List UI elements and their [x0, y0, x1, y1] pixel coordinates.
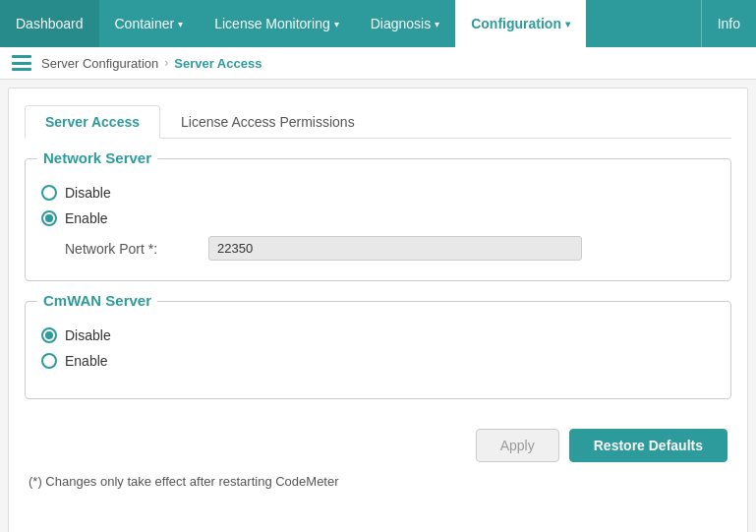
- nav-configuration[interactable]: Configuration ▾: [455, 0, 586, 47]
- top-navigation: Dashboard Container ▾ License Monitoring…: [0, 0, 756, 47]
- nav-dashboard[interactable]: Dashboard: [0, 0, 99, 47]
- tab-license-access-permissions[interactable]: License Access Permissions: [160, 105, 376, 139]
- main-content: Server Access License Access Permissions…: [8, 88, 748, 532]
- cmwan-disable-label[interactable]: Disable: [65, 327, 111, 343]
- cmwan-disable-row: Disable: [41, 327, 715, 343]
- cmwan-enable-label[interactable]: Enable: [65, 353, 108, 369]
- network-server-enable-label[interactable]: Enable: [65, 210, 108, 226]
- network-server-enable-row: Enable: [41, 210, 715, 226]
- network-server-legend: Network Server: [37, 149, 157, 166]
- footer-note: (*) Changes only take effect after resta…: [25, 474, 731, 489]
- nav-container[interactable]: Container ▾: [99, 0, 200, 47]
- breadcrumb-parent[interactable]: Server Configuration: [41, 56, 158, 71]
- breadcrumb: Server Configuration › Server Access: [0, 47, 756, 80]
- chevron-down-icon: ▾: [178, 19, 183, 30]
- nav-license-monitoring[interactable]: License Monitoring ▾: [199, 0, 355, 47]
- network-port-input[interactable]: [208, 236, 582, 261]
- cmwan-enable-row: Enable: [41, 353, 715, 369]
- nav-info[interactable]: Info: [701, 0, 756, 47]
- footer-actions: Apply Restore Defaults: [25, 429, 731, 462]
- cmwan-server-group: CmWAN Server Disable Enable: [25, 301, 731, 399]
- restore-defaults-button[interactable]: Restore Defaults: [569, 429, 727, 462]
- tabs-bar: Server Access License Access Permissions: [25, 104, 731, 139]
- chevron-down-icon: ▾: [435, 19, 439, 30]
- chevron-down-icon: ▾: [334, 19, 339, 30]
- breadcrumb-current: Server Access: [174, 56, 262, 71]
- nav-diagnosis[interactable]: Diagnosis ▾: [355, 0, 455, 47]
- network-server-disable-row: Disable: [41, 185, 715, 201]
- network-server-enable-radio[interactable]: [41, 210, 57, 226]
- menu-icon: [12, 55, 31, 71]
- network-server-group: Network Server Disable Enable Network Po…: [25, 158, 731, 281]
- cmwan-disable-radio[interactable]: [41, 327, 57, 343]
- network-port-row: Network Port *:: [65, 236, 715, 261]
- network-server-disable-label[interactable]: Disable: [65, 185, 111, 201]
- tab-server-access[interactable]: Server Access: [25, 105, 160, 139]
- network-port-label: Network Port *:: [65, 241, 193, 257]
- breadcrumb-separator: ›: [164, 56, 168, 70]
- network-server-disable-radio[interactable]: [41, 185, 57, 201]
- cmwan-server-legend: CmWAN Server: [37, 292, 157, 309]
- chevron-down-icon: ▾: [565, 19, 570, 30]
- apply-button[interactable]: Apply: [476, 429, 559, 462]
- cmwan-enable-radio[interactable]: [41, 353, 57, 369]
